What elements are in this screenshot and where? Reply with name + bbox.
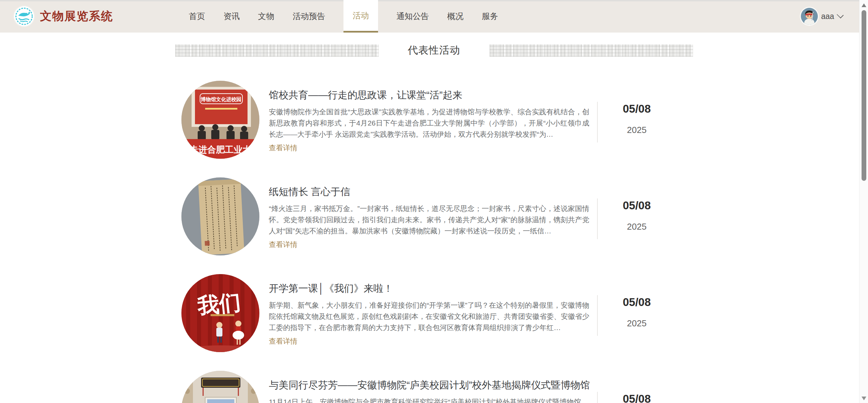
activity-date: 05/08 2025 — [598, 81, 676, 159]
activity-row: 纸短情长 言心于信 “烽火连三月，家书抵万金。”一封家书，纸短情长，道尽无尽思念… — [181, 177, 868, 256]
activity-title[interactable]: 馆校共育——行走的思政课，让课堂“活”起来 — [269, 88, 589, 102]
user-menu[interactable]: aaa — [801, 0, 843, 33]
activity-title[interactable]: 开学第一课│《我们》来啦！ — [269, 282, 589, 295]
activity-description: 11月14日上午，安徽博物院与合肥市教育科学研究院举行“庐美校园计划”校外基地揭… — [269, 396, 589, 403]
activity-title[interactable]: 与美同行尽芬芳——安徽博物院“庐美校园计划”校外基地揭牌仪式暨博物馆… — [269, 378, 589, 392]
brand[interactable]: 文物展览系统 — [14, 0, 113, 33]
view-details-link[interactable]: 查看详情 — [269, 143, 297, 153]
section-title: 代表性活动 — [408, 43, 460, 57]
site-header: 文物展览系统 首页 资讯 文物 活动预告 活动 通知公告 概况 服务 aaa — [0, 0, 859, 33]
activity-date: 05/08 2025 — [598, 274, 676, 353]
activity-description: 安徽博物院作为全国首批“大思政课”实践教学基地，为促进博物馆与学校教学、综合实践… — [269, 106, 589, 140]
nav-item-home[interactable]: 首页 — [189, 0, 205, 33]
activity-body: 与美同行尽芬芳——安徽博物院“庐美校园计划”校外基地揭牌仪式暨博物馆… 11月1… — [269, 371, 589, 403]
nav-item-relics[interactable]: 文物 — [258, 0, 274, 33]
activity-thumbnail-stage[interactable]: 我们 — [181, 274, 259, 352]
activity-row: 我们 开学第一课│《我们》来啦！ 新学期、新气象，大 — [181, 274, 868, 353]
decorative-pattern-right — [490, 44, 693, 57]
activity-list: 博物馆文化进校园 之走进合肥工业大学 馆校共育——行走的思政课，让课堂“活”起来… — [181, 81, 868, 403]
scroll-down-arrow-icon[interactable] — [862, 397, 866, 400]
chevron-down-icon — [837, 12, 844, 18]
scrollbar-thumb[interactable] — [862, 10, 866, 181]
date-year: 2025 — [598, 125, 676, 135]
activity-body: 开学第一课│《我们》来啦！ 新学期、新气象，大小朋友们，准备好迎接你们的“开学第… — [269, 274, 589, 353]
svg-text:之走进合肥工业大学: 之走进合肥工业大学 — [181, 145, 259, 155]
nav-item-activity-preview[interactable]: 活动预告 — [293, 0, 325, 33]
nav-item-notices[interactable]: 通知公告 — [396, 0, 429, 33]
view-details-link[interactable]: 查看详情 — [269, 337, 297, 346]
date-month-day: 05/08 — [598, 199, 676, 212]
scrollbar[interactable] — [859, 0, 868, 403]
user-name: aaa — [821, 12, 834, 21]
activity-thumbnail-hall[interactable]: 合肥市“庐美校园计划” — [181, 371, 259, 403]
view-details-link[interactable]: 查看详情 — [269, 240, 297, 249]
activity-date: 05/08 2025 — [598, 177, 676, 256]
nav-item-services[interactable]: 服务 — [482, 0, 498, 33]
activity-row: 博物馆文化进校园 之走进合肥工业大学 馆校共育——行走的思政课，让课堂“活”起来… — [181, 81, 868, 159]
activity-date: 05/08 — [598, 371, 676, 403]
activity-row: 合肥市“庐美校园计划” 与美同行尽芬芳——安徽博物院“庐美校园计划”校外基地揭牌… — [181, 371, 868, 403]
scroll-up-arrow-icon[interactable] — [862, 3, 866, 7]
activity-thumbnail-conference[interactable]: 博物馆文化进校园 之走进合肥工业大学 — [181, 81, 259, 159]
svg-text:我们: 我们 — [196, 290, 242, 319]
activity-description: 新学期、新气象，大小朋友们，准备好迎接你们的“开学第一课”了吗？在这个特别的暑假… — [269, 300, 589, 333]
main-nav: 首页 资讯 文物 活动预告 活动 通知公告 概况 服务 — [189, 0, 498, 33]
activity-title[interactable]: 纸短情长 言心于信 — [269, 185, 589, 198]
museum-seal-logo-icon — [14, 6, 34, 26]
activity-description: “烽火连三月，家书抵万金。”一封家书，纸短情长，道尽无尽思念；一封家书，尺素寸心… — [269, 203, 589, 236]
decorative-pattern-left — [175, 44, 379, 57]
nav-item-news[interactable]: 资讯 — [223, 0, 240, 33]
section-header: 代表性活动 — [0, 43, 868, 57]
nav-item-activities[interactable]: 活动 — [343, 0, 378, 33]
activity-thumbnail-letter[interactable] — [181, 177, 259, 255]
date-month-day: 05/08 — [598, 102, 676, 115]
main-content: 代表性活动 博物馆文化进校园 — [0, 43, 868, 403]
nav-item-overview[interactable]: 概况 — [447, 0, 463, 33]
date-year: 2025 — [598, 222, 676, 232]
activity-body: 纸短情长 言心于信 “烽火连三月，家书抵万金。”一封家书，纸短情长，道尽无尽思念… — [269, 177, 589, 256]
date-year: 2025 — [598, 318, 676, 329]
site-title: 文物展览系统 — [40, 8, 113, 24]
user-avatar[interactable] — [801, 8, 818, 25]
date-month-day: 05/08 — [598, 296, 676, 309]
activity-body: 馆校共育——行走的思政课，让课堂“活”起来 安徽博物院作为全国首批“大思政课”实… — [269, 81, 589, 159]
date-month-day: 05/08 — [598, 392, 676, 403]
svg-text:博物馆文化进校园: 博物馆文化进校园 — [200, 96, 241, 102]
